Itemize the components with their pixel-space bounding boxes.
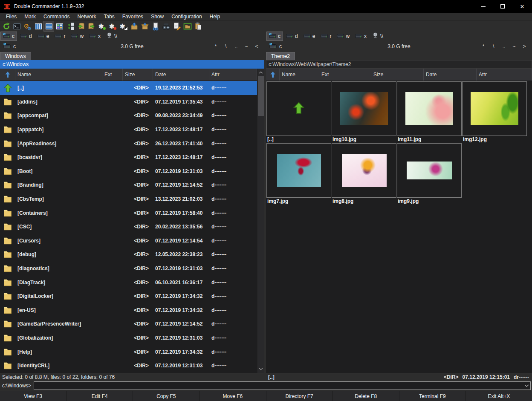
column-header-name[interactable]: Name bbox=[280, 69, 319, 81]
panel-button-[interactable]: ~ bbox=[510, 43, 518, 49]
menu-network[interactable]: Network bbox=[73, 14, 100, 20]
menu-show[interactable]: Show bbox=[147, 14, 168, 20]
drive-button-network[interactable]: \\ bbox=[104, 32, 119, 40]
panel-button-[interactable]: > bbox=[520, 43, 529, 49]
drive-button-network[interactable]: \\ bbox=[370, 32, 385, 40]
column-header-ext[interactable]: Ext bbox=[102, 69, 123, 81]
scroll-up-icon[interactable] bbox=[257, 69, 264, 76]
file-row[interactable]: [GameBarPresenceWriter]<DIR>07.12.2019 1… bbox=[0, 317, 257, 331]
file-row[interactable]: [Globalization]<DIR>07.12.2019 12:31:03d… bbox=[0, 331, 257, 345]
file-row[interactable]: [Cursors]<DIR>07.12.2019 12:14:54d------… bbox=[0, 234, 257, 248]
left-path-bar[interactable]: c:\Windows bbox=[0, 60, 264, 69]
menu-favorites[interactable]: Favorites bbox=[119, 14, 147, 20]
file-row[interactable]: [AppReadiness]<DIR>26.12.2023 17:41:40d-… bbox=[0, 136, 257, 150]
menu-tabs[interactable]: Tabs bbox=[100, 14, 118, 20]
column-header-date[interactable]: Date bbox=[153, 69, 209, 81]
column-header-date[interactable]: Date bbox=[424, 69, 477, 81]
fkey-directory-f7[interactable]: Directory F7 bbox=[266, 391, 333, 401]
copy-names-icon[interactable] bbox=[193, 21, 203, 31]
file-row[interactable]: [bcastdvr]<DIR>17.12.2023 12:48:17d-----… bbox=[0, 150, 257, 164]
file-row[interactable]: [DigitalLocker]<DIR>07.12.2019 17:34:32d… bbox=[0, 289, 257, 303]
file-row[interactable]: [CSC]<DIR>20.02.2022 13:35:56d------- bbox=[0, 220, 257, 234]
panel-button-[interactable]: < bbox=[252, 43, 261, 49]
image-thumbnail[interactable] bbox=[397, 81, 462, 136]
drive-button-w[interactable]: w bbox=[69, 32, 86, 40]
invert-selection-icon[interactable]: ✱ bbox=[119, 21, 128, 31]
tab-windows[interactable]: Windows bbox=[0, 52, 31, 60]
image-thumbnail[interactable] bbox=[332, 81, 396, 136]
drive-button-c[interactable]: c bbox=[267, 32, 283, 40]
options-icon[interactable]: ⚙⚙ bbox=[23, 21, 32, 31]
scroll-down-icon[interactable] bbox=[257, 366, 264, 372]
panel-button-[interactable]: ~ bbox=[242, 43, 251, 49]
dir-history-forward-icon[interactable] bbox=[87, 21, 96, 31]
column-header-name[interactable]: Name bbox=[15, 69, 102, 81]
terminal-icon[interactable] bbox=[12, 21, 22, 31]
drive-button-d[interactable]: d bbox=[18, 32, 34, 40]
drive-button-w[interactable]: w bbox=[335, 32, 352, 40]
menu-files[interactable]: Files bbox=[2, 14, 20, 20]
refresh-icon[interactable] bbox=[1, 21, 11, 31]
sync-dirs-icon[interactable] bbox=[182, 21, 192, 31]
drive-button-r[interactable]: r bbox=[318, 32, 333, 40]
file-row[interactable]: [..]<DIR>19.12.2023 21:52:53d------- bbox=[0, 81, 257, 95]
panel-button-[interactable]: \ bbox=[222, 43, 230, 49]
column-header-attr[interactable]: Attr bbox=[209, 69, 257, 81]
thumbnail-item[interactable]: img8.jpg bbox=[332, 143, 396, 205]
column-header-attr[interactable]: Attr bbox=[477, 69, 532, 81]
image-thumbnail[interactable] bbox=[266, 143, 331, 198]
scrollbar-thumb[interactable] bbox=[258, 76, 264, 116]
minimize-button[interactable] bbox=[473, 0, 493, 13]
edit-file-icon[interactable] bbox=[172, 21, 182, 31]
menu-help[interactable]: Help bbox=[206, 14, 224, 20]
fkey-edit-f4[interactable]: Edit F4 bbox=[66, 391, 133, 401]
panel-button-[interactable]: \ bbox=[489, 43, 498, 49]
fkey-terminal-f9[interactable]: Terminal F9 bbox=[399, 391, 466, 401]
fkey-view-f3[interactable]: View F3 bbox=[0, 391, 66, 401]
column-header-size[interactable]: Size bbox=[123, 69, 153, 81]
menu-commands[interactable]: Commands bbox=[40, 14, 73, 20]
full-view-icon[interactable] bbox=[44, 21, 54, 31]
sort-ascending-icon[interactable] bbox=[266, 69, 280, 81]
column-header-size[interactable]: Size bbox=[371, 69, 424, 81]
image-thumbnail[interactable] bbox=[397, 143, 462, 198]
thumbnails-view-icon[interactable] bbox=[55, 21, 64, 31]
maximize-button[interactable] bbox=[493, 0, 512, 13]
left-scrollbar[interactable] bbox=[257, 69, 264, 373]
fkey-move-f6[interactable]: Move F6 bbox=[200, 391, 266, 401]
fkey-exit-alt-x[interactable]: Exit Alt+X bbox=[466, 391, 532, 401]
fkey-copy-f5[interactable]: Copy F5 bbox=[133, 391, 200, 401]
link-icon[interactable] bbox=[150, 21, 160, 31]
drive-button-x[interactable]: x bbox=[353, 32, 369, 40]
tab-theme2[interactable]: Theme2 bbox=[266, 52, 295, 60]
drive-button-e[interactable]: e bbox=[35, 32, 52, 40]
select-mask-icon[interactable]: ✱ bbox=[97, 21, 107, 31]
file-row[interactable]: [en-US]<DIR>07.12.2019 17:34:32d------- bbox=[0, 303, 257, 317]
file-row[interactable]: [Containers]<DIR>07.12.2019 17:58:40d---… bbox=[0, 206, 257, 220]
file-row[interactable]: [Help]<DIR>07.12.2019 17:34:32d------- bbox=[0, 345, 257, 359]
file-row[interactable]: [Branding]<DIR>07.12.2019 12:14:52d-----… bbox=[0, 178, 257, 192]
file-row[interactable]: [IdentityCRL]<DIR>07.12.2019 12:31:03d--… bbox=[0, 359, 257, 373]
command-history-dropdown-icon[interactable] bbox=[523, 384, 530, 387]
extract-icon[interactable] bbox=[140, 21, 150, 31]
drive-button-d[interactable]: d bbox=[284, 32, 300, 40]
image-thumbnail[interactable] bbox=[462, 81, 527, 136]
command-line-input[interactable] bbox=[34, 383, 523, 389]
file-row[interactable]: [Boot]<DIR>07.12.2019 12:31:03d------- bbox=[0, 164, 257, 179]
drive-button-c[interactable]: c bbox=[1, 32, 17, 40]
close-button[interactable]: ✕ bbox=[512, 0, 532, 13]
thumbnail-item[interactable]: img11.jpg bbox=[397, 81, 462, 143]
sort-ascending-icon[interactable] bbox=[0, 69, 15, 81]
column-header-ext[interactable]: Ext bbox=[319, 69, 371, 81]
drive-button-x[interactable]: x bbox=[87, 32, 103, 40]
search-icon[interactable] bbox=[161, 21, 171, 31]
panel-button-[interactable]: .. bbox=[232, 43, 240, 49]
thumbnail-item[interactable]: img7.jpg bbox=[266, 143, 331, 205]
thumbnail-item[interactable]: img12.jpg bbox=[462, 81, 527, 143]
file-row[interactable]: [diagnostics]<DIR>07.12.2019 12:31:03d--… bbox=[0, 262, 257, 276]
file-row[interactable]: [debug]<DIR>12.05.2022 22:38:23d------- bbox=[0, 248, 257, 262]
panel-button-[interactable]: * bbox=[211, 43, 220, 49]
drive-button-r[interactable]: r bbox=[52, 32, 67, 40]
thumbnail-item[interactable]: img10.jpg bbox=[332, 81, 396, 143]
right-path-bar[interactable]: c:\Windows\Web\Wallpaper\Theme2 bbox=[266, 60, 532, 69]
